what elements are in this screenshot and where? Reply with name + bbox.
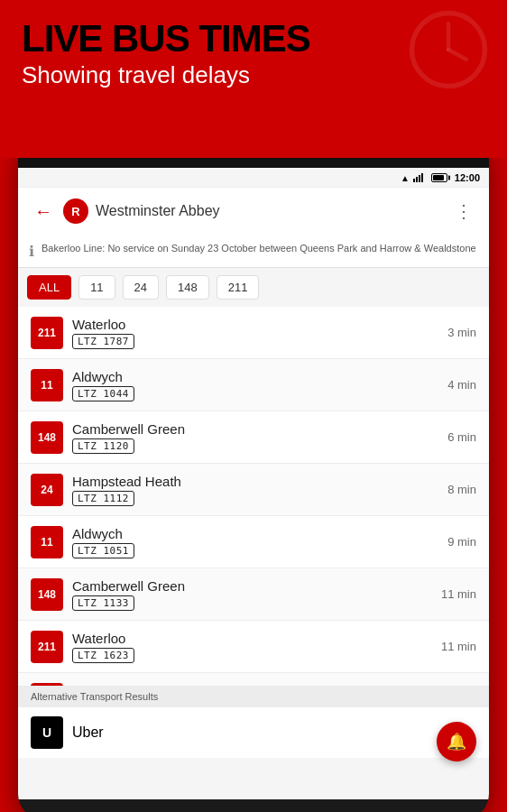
bus-route-badge: 11: [31, 369, 63, 401]
bus-info: Waterloo LTZ 1623: [72, 631, 432, 663]
bus-info: Hampstead Heath LTZ 1112: [72, 474, 438, 506]
bus-plate: LTZ 1623: [72, 648, 134, 663]
filter-tab-24[interactable]: 24: [123, 275, 159, 300]
alert-icon: ℹ: [29, 243, 34, 260]
bus-plate: LTZ 1044: [72, 386, 134, 401]
bus-list-item[interactable]: 211 Waterloo LTZ 1787 3 min: [18, 307, 489, 359]
bus-list-item[interactable]: 11 Aldwych LTZ 1044 4 min: [18, 359, 489, 411]
banner: LIVE BUS TIMES Showing travel delays: [0, 0, 507, 158]
fab-icon: 🔔: [447, 732, 466, 752]
bus-list-item[interactable]: 211 Waterloo LTZ 1623 11 min: [18, 621, 489, 673]
bus-destination: Aldwych: [72, 526, 438, 541]
phone-frame: ▲ 12:00 ← R Westminster Abbey ⋮: [18, 134, 489, 812]
bus-destination: Aldwych: [72, 369, 438, 384]
bus-info: Camberwell Green LTZ 1133: [72, 578, 432, 611]
bus-route-badge: 148: [31, 578, 63, 611]
filter-tabs: ALL1124148211: [18, 268, 489, 307]
svg-line-2: [448, 50, 466, 60]
app-screen: ▲ 12:00 ← R Westminster Abbey ⋮: [18, 168, 489, 799]
clock-icon: [408, 9, 489, 90]
bus-plate: LTZ 1120: [72, 438, 134, 454]
battery-icon: [431, 173, 447, 182]
alert-text: Bakerloo Line: No service on Sunday 23 O…: [41, 242, 476, 255]
alert-banner: ℹ Bakerloo Line: No service on Sunday 23…: [18, 235, 489, 268]
uber-row: U Uber: [18, 707, 489, 758]
back-button[interactable]: ←: [27, 194, 60, 229]
bus-list-item[interactable]: 11 Aldwych LTZ 1051 9 min: [18, 516, 489, 568]
bus-time: 3 min: [447, 326, 476, 339]
bus-list-item[interactable]: 24 Hampstead Heath LTZ 1016 10 min: [18, 673, 489, 686]
bus-destination: Camberwell Green: [72, 421, 438, 437]
bus-destination: Waterloo: [72, 631, 432, 646]
bus-time: 11 min: [441, 587, 476, 601]
bus-time: 9 min: [447, 535, 476, 549]
nav-bar: ← R Westminster Abbey ⋮: [18, 188, 489, 235]
bus-time: 8 min: [447, 483, 476, 496]
bus-list-item[interactable]: 148 Camberwell Green LTZ 1120 6 min: [18, 411, 489, 464]
bus-destination: Waterloo: [72, 317, 438, 332]
bus-info: Camberwell Green LTZ 1120: [72, 421, 438, 454]
bus-time: 6 min: [447, 430, 476, 444]
wifi-icon: ▲: [401, 173, 410, 183]
route-badge: R: [63, 198, 88, 224]
bus-plate: LTZ 1051: [72, 543, 134, 558]
bus-destination: Hampstead Heath: [72, 474, 438, 489]
bus-plate: LTZ 1787: [72, 334, 134, 349]
bus-route-badge: 11: [31, 526, 63, 558]
uber-logo: U: [31, 716, 63, 749]
bus-info: Aldwych LTZ 1051: [72, 526, 438, 558]
filter-tab-148[interactable]: 148: [166, 275, 209, 300]
alt-transport-label: Alternative Transport Results: [18, 686, 489, 707]
bus-info: Waterloo LTZ 1787: [72, 317, 438, 349]
bus-route-badge: 211: [31, 317, 63, 349]
bus-list-item[interactable]: 24 Hampstead Heath LTZ 1112 8 min: [18, 464, 489, 516]
uber-label: Uber: [72, 724, 104, 741]
bus-route-badge: 24: [31, 474, 63, 506]
bus-destination: Hampstead Heath: [72, 683, 432, 687]
fab-button[interactable]: 🔔: [437, 722, 476, 761]
bus-plate: LTZ 1112: [72, 491, 134, 506]
bus-route-badge: 148: [31, 421, 63, 454]
filter-tab-211[interactable]: 211: [217, 275, 260, 300]
bus-route-badge: 24: [31, 683, 63, 687]
nav-title: Westminster Abbey: [96, 203, 447, 219]
bus-time: 11 min: [441, 640, 476, 653]
status-bar: ▲ 12:00: [18, 168, 489, 188]
bus-plate: LTZ 1133: [72, 595, 134, 611]
bus-list-item[interactable]: 148 Camberwell Green LTZ 1133 11 min: [18, 568, 489, 621]
bus-info: Aldwych LTZ 1044: [72, 369, 438, 401]
signal-icon: [413, 173, 426, 182]
filter-tab-all[interactable]: ALL: [27, 275, 71, 300]
bus-list: 211 Waterloo LTZ 1787 3 min 11 Aldwych L…: [18, 307, 489, 686]
battery-fill: [433, 175, 444, 180]
bus-info: Hampstead Heath LTZ 1016: [72, 683, 432, 687]
bus-destination: Camberwell Green: [72, 578, 432, 594]
more-button[interactable]: ⋮: [447, 193, 480, 229]
status-icons: ▲: [401, 173, 447, 183]
status-time: 12:00: [455, 172, 480, 183]
bus-route-badge: 211: [31, 631, 63, 663]
bus-time: 4 min: [447, 378, 476, 392]
filter-tab-11[interactable]: 11: [78, 275, 115, 300]
